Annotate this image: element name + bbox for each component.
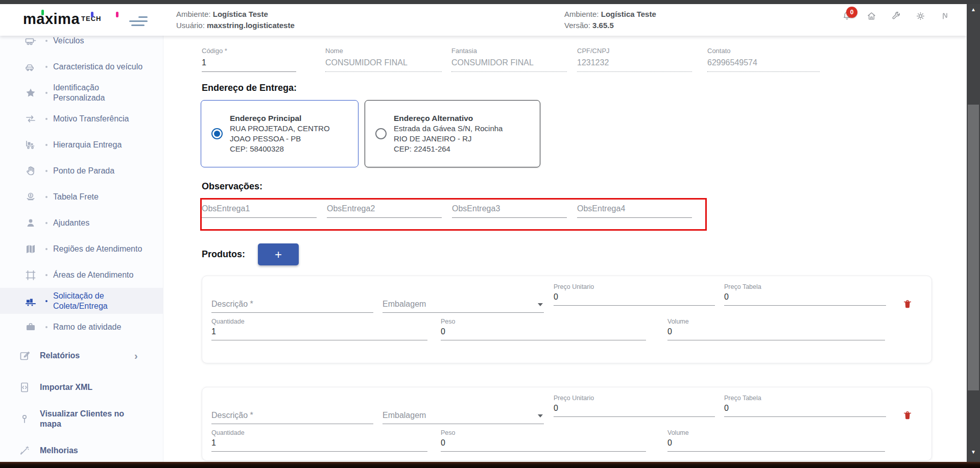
quantidade-input[interactable] <box>211 327 427 340</box>
quantidade-input[interactable] <box>211 438 427 452</box>
contato-field: Contato 62996549574 <box>707 47 820 72</box>
sidebar-item-veiculos[interactable]: Veículos <box>0 36 163 54</box>
preco-tabela-label: Preço Tabela <box>724 283 886 290</box>
endereco-entrega-title: Endereço de Entrega: <box>202 83 297 93</box>
sidebar-item-label: Motivo Transferência <box>53 114 148 124</box>
obs-entrega-3-input[interactable] <box>452 204 567 218</box>
sidebar-item-label: Importar XML <box>40 382 134 392</box>
product-card: Preço Unitario Preço Tabela Quantidade P… <box>202 276 932 363</box>
sidebar-item-ramo-atividade[interactable]: Ramo de atividade <box>0 314 163 340</box>
bullet-dot-icon <box>40 326 53 328</box>
add-product-button[interactable]: + <box>258 243 299 265</box>
sidebar-item-label: Melhorias <box>40 446 134 456</box>
codigo-input[interactable] <box>202 58 296 72</box>
sidebar-item-label: Veículos <box>53 36 148 46</box>
sidebar-item-icon <box>25 61 40 73</box>
preco-unitario-input[interactable] <box>554 292 715 306</box>
bullet-dot-icon <box>40 196 53 198</box>
route-icon[interactable] <box>940 11 950 21</box>
artboard-icon <box>25 269 37 281</box>
obs-entrega-2-input[interactable] <box>327 204 442 218</box>
preco-tabela-field: Preço Tabela <box>724 283 886 306</box>
car-icon <box>25 61 37 73</box>
gear-icon[interactable] <box>915 11 926 21</box>
ambiente-value: Logística Teste <box>601 10 656 18</box>
sidebar-item-ponto-de-parada[interactable]: Ponto de Parada <box>0 158 163 184</box>
volume-input[interactable] <box>667 438 885 452</box>
wrench-icon[interactable] <box>891 11 901 21</box>
logo-text: maxima <box>23 11 80 27</box>
sidebar-item-areas-atendimento[interactable]: Áreas de Atendimento <box>0 262 163 288</box>
cpf-cnpj-field: CPF/CNPJ 1231232 <box>577 47 692 72</box>
obs-entrega-4-input[interactable] <box>577 204 692 218</box>
sidebar-item-solicitacao-coleta-entrega[interactable]: Solicitação de Coleta/Entrega <box>0 288 163 314</box>
briefcase-icon <box>25 321 37 333</box>
sidebar-item-importar-xml[interactable]: Importar XML <box>0 372 163 403</box>
peso-field: Peso <box>441 318 646 340</box>
radio-endereco-principal[interactable] <box>211 128 223 139</box>
sidebar-item-icon <box>25 217 40 229</box>
trash-icon <box>902 298 913 310</box>
bullet-dot-icon <box>40 170 53 172</box>
preco-tabela-input[interactable] <box>724 292 886 306</box>
environment-user-info: Ambiente: Logística Teste Usuário: maxst… <box>176 9 295 31</box>
nome-field: Nome CONSUMIDOR FINAL <box>325 47 442 72</box>
descricao-field <box>211 411 373 424</box>
sidebar-item-ajudantes[interactable]: Ajudantes <box>0 210 163 236</box>
peso-input[interactable] <box>441 327 646 340</box>
sidebar-item-tabela-frete[interactable]: Tabela Frete <box>0 184 163 210</box>
sidebar-item-label: Caracteristica do veículo <box>53 62 148 72</box>
embalagem-select[interactable] <box>383 300 544 313</box>
window-bottom-edge <box>0 462 980 468</box>
cpf-cnpj-label: CPF/CNPJ <box>577 47 692 55</box>
trash-icon <box>902 409 913 422</box>
sidebar-item-icon <box>18 350 34 362</box>
quantidade-field: Quantidade <box>211 429 427 452</box>
sidebar-item-relatorios[interactable]: Relatórios › <box>0 340 163 372</box>
peso-input[interactable] <box>441 438 646 452</box>
scroll-down-arrow[interactable]: ▼ <box>967 448 980 457</box>
address-cep: CEP: 22451-264 <box>394 144 503 154</box>
scroll-up-arrow[interactable]: ▲ <box>967 5 980 14</box>
bell-icon[interactable]: 0 <box>842 11 852 21</box>
money-icon <box>25 191 37 203</box>
embalagem-select[interactable] <box>383 411 544 424</box>
sidebar-item-icon <box>25 113 40 125</box>
delete-product-button[interactable] <box>901 298 914 312</box>
sidebar-item-label: Relatórios <box>40 351 134 361</box>
scrollbar-thumb[interactable] <box>968 105 979 390</box>
preco-unitario-input[interactable] <box>554 404 715 417</box>
obs-entrega-1-input[interactable] <box>202 204 317 218</box>
ambiente-label: Ambiente: <box>564 10 599 18</box>
delete-product-button[interactable] <box>901 409 914 423</box>
home-icon[interactable] <box>866 11 877 21</box>
sidebar-item-identificacao-personalizada[interactable]: Identificação Personalizada <box>0 80 163 106</box>
contato-value: 62996549574 <box>707 58 820 72</box>
sidebar-item-motivo-transferencia[interactable]: Motivo Transferência <box>0 106 163 132</box>
sidebar-item-melhorias[interactable]: Melhorias <box>0 435 163 462</box>
menu-toggle-icon[interactable] <box>129 16 148 28</box>
sidebar-item-regioes-atendimento[interactable]: Regiões de Atendimento <box>0 236 163 262</box>
preco-unitario-field: Preço Unitario <box>554 283 715 306</box>
sidebar-item-label: Identificação Personalizada <box>53 83 148 103</box>
endereco-principal-card[interactable]: Endereço Principal RUA PROJETADA, CENTRO… <box>201 100 358 167</box>
endereco-alternativo-text: Endereço Alternativo Estrada da Gávea S/… <box>394 113 503 154</box>
bullet-dot-icon <box>40 222 53 224</box>
preco-tabela-input[interactable] <box>724 404 886 417</box>
sidebar-item-hierarquia-entrega[interactable]: Hierarquia Entrega <box>0 132 163 158</box>
sidebar-menu: Veículos Caracteristica do veículo Ident… <box>0 36 163 462</box>
sidebar-item-label: Ajudantes <box>53 218 148 228</box>
descricao-input[interactable] <box>211 411 373 424</box>
quantidade-label: Quantidade <box>211 429 427 436</box>
radio-endereco-alternativo[interactable] <box>375 128 387 139</box>
hand-icon <box>25 165 37 177</box>
volume-input[interactable] <box>667 327 885 340</box>
sidebar-item-caracteristica-veiculo[interactable]: Caracteristica do veículo <box>0 54 163 80</box>
descricao-field <box>211 300 373 313</box>
endereco-alternativo-card[interactable]: Endereço Alternativo Estrada da Gávea S/… <box>365 100 540 167</box>
descricao-input[interactable] <box>211 300 373 313</box>
sidebar-item-label: Regiões de Atendimento <box>53 244 148 254</box>
trolley-icon <box>25 139 37 151</box>
sidebar-item-visualizar-clientes-mapa[interactable]: Visualizar Clientes no mapa <box>0 403 163 435</box>
peso-label: Peso <box>441 318 646 325</box>
